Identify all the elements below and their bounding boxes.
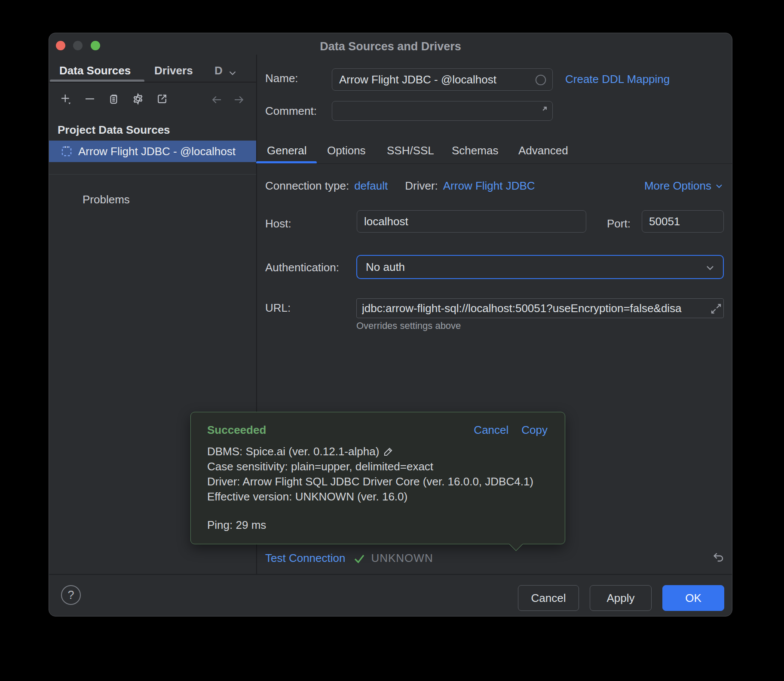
help-button[interactable]: ? — [61, 585, 81, 605]
authentication-label: Authentication: — [265, 261, 339, 274]
chevron-down-icon[interactable] — [227, 67, 238, 79]
tab-ddl-mappings-truncated[interactable]: D — [214, 64, 223, 77]
popup-line-driver: Driver: Arrow Flight SQL JDBC Driver Cor… — [207, 474, 549, 489]
host-field-wrap — [357, 210, 586, 233]
popup-header: Succeeded Cancel Copy — [207, 423, 548, 437]
chevron-down-icon — [704, 262, 716, 274]
expand-icon[interactable] — [536, 104, 549, 117]
connection-type-label: Connection type: — [265, 179, 349, 193]
url-label: URL: — [265, 301, 291, 315]
forward-arrow-icon[interactable] — [232, 93, 246, 106]
url-hint: Overrides settings above — [356, 320, 461, 331]
screen: Data Sources and Drivers Data Sources Dr… — [0, 0, 784, 681]
name-input[interactable] — [332, 69, 552, 90]
tab-advanced[interactable]: Advanced — [518, 144, 568, 157]
dbms-text: DBMS: Spice.ai (ver. 0.12.1-alpha) — [207, 444, 379, 459]
test-connection-link[interactable]: Test Connection — [265, 552, 345, 565]
datasource-item-label: Arrow Flight JDBC - @localhost — [78, 145, 236, 158]
name-label: Name: — [265, 72, 298, 85]
settings-gear-icon[interactable] — [131, 92, 145, 106]
datasource-icon — [60, 145, 73, 158]
datasource-toolbar — [58, 92, 169, 106]
edit-pencil-icon[interactable] — [383, 446, 394, 457]
datasource-list-item-selected[interactable]: Arrow Flight JDBC - @localhost — [49, 141, 256, 162]
url-input[interactable] — [357, 299, 723, 318]
driver-label: Driver: — [405, 179, 438, 193]
undo-icon[interactable] — [711, 551, 726, 564]
port-label: Port: — [607, 217, 631, 230]
expand-icon[interactable] — [710, 302, 723, 315]
tab-row-divider — [256, 163, 733, 164]
popup-status: Succeeded — [207, 423, 266, 437]
tab-schemas[interactable]: Schemas — [452, 144, 498, 157]
popup-cancel-link[interactable]: Cancel — [474, 423, 508, 437]
more-options-link[interactable]: More Options — [644, 179, 711, 193]
popup-copy-link[interactable]: Copy — [521, 423, 548, 437]
test-connection-result-popup: Succeeded Cancel Copy DBMS: Spice.ai (ve… — [190, 412, 565, 544]
popup-line-ping: Ping: 29 ms — [207, 518, 549, 533]
popup-line-version: Effective version: UNKNOWN (ver. 16.0) — [207, 489, 549, 504]
sidebar-item-problems[interactable]: Problems — [83, 193, 130, 206]
more-options-chevron-icon[interactable] — [714, 181, 724, 191]
footer-divider — [49, 574, 732, 575]
sidebar-section-divider — [49, 174, 256, 175]
connection-type-row: Connection type: default Driver: Arrow F… — [265, 179, 724, 193]
authentication-value: No auth — [366, 261, 405, 274]
back-arrow-icon[interactable] — [210, 93, 224, 106]
driver-value-link[interactable]: Arrow Flight JDBC — [443, 179, 535, 193]
test-connection-row: Test Connection UNKNOWN — [265, 552, 433, 565]
project-data-sources-header: Project Data Sources — [58, 123, 170, 137]
name-field-wrap — [332, 68, 553, 91]
help-glyph: ? — [67, 589, 74, 602]
port-field-wrap — [642, 210, 724, 233]
check-icon — [353, 552, 366, 565]
comment-field-wrap — [332, 101, 553, 121]
duplicate-icon[interactable] — [107, 92, 121, 106]
ok-button[interactable]: OK — [662, 585, 724, 611]
cancel-button[interactable]: Cancel — [518, 585, 579, 611]
host-input[interactable] — [357, 211, 586, 232]
data-sources-dialog: Data Sources and Drivers Data Sources Dr… — [49, 33, 732, 617]
add-icon[interactable] — [58, 92, 73, 106]
tab-options[interactable]: Options — [327, 144, 366, 157]
host-label: Host: — [265, 217, 291, 230]
connection-type-value-link[interactable]: default — [354, 179, 388, 193]
export-icon[interactable] — [155, 92, 169, 106]
popup-line-case: Case sensitivity: plain=upper, delimited… — [207, 459, 549, 474]
comment-input[interactable] — [332, 101, 552, 120]
window-title: Data Sources and Drivers — [49, 40, 732, 53]
loading-circle-icon — [534, 74, 547, 86]
popup-tail — [509, 537, 523, 551]
connection-status: UNKNOWN — [371, 552, 433, 565]
port-input[interactable] — [642, 211, 723, 232]
popup-body: DBMS: Spice.ai (ver. 0.12.1-alpha) Case … — [207, 444, 549, 533]
tab-general[interactable]: General — [267, 144, 307, 157]
remove-icon[interactable] — [83, 92, 97, 106]
tab-ssh-ssl[interactable]: SSH/SSL — [387, 144, 434, 157]
tab-drivers[interactable]: Drivers — [154, 64, 193, 77]
comment-label: Comment: — [265, 104, 317, 118]
popup-line-blank — [207, 504, 549, 518]
tab-data-sources[interactable]: Data Sources — [59, 64, 131, 77]
popup-line-dbms: DBMS: Spice.ai (ver. 0.12.1-alpha) — [207, 444, 549, 459]
create-ddl-mapping-link[interactable]: Create DDL Mapping — [565, 73, 670, 86]
apply-button[interactable]: Apply — [590, 585, 652, 611]
sidebar-tab-divider — [49, 82, 256, 83]
url-field-wrap — [356, 298, 724, 318]
authentication-dropdown[interactable]: No auth — [356, 255, 724, 279]
